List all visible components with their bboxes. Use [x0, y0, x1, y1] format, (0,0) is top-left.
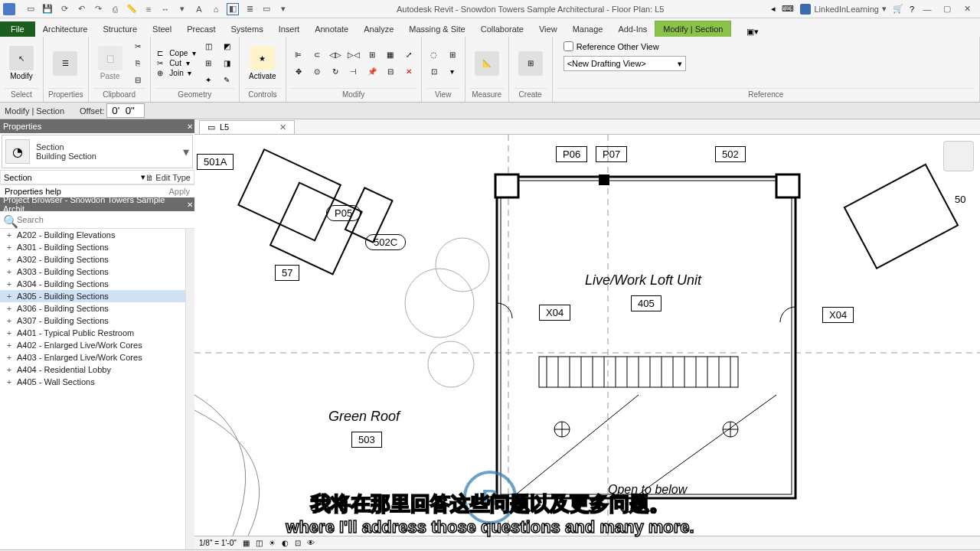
- ribbon-collapse-icon[interactable]: ▣▾: [746, 27, 759, 37]
- expand-icon[interactable]: +: [5, 353, 14, 362]
- array-icon[interactable]: ▦: [383, 47, 398, 63]
- cut-clipboard-icon[interactable]: ✂: [130, 39, 145, 54]
- split-icon[interactable]: ⊞: [364, 47, 380, 63]
- maximize-button[interactable]: ▢: [940, 2, 954, 16]
- user-account[interactable]: LinkedInLearning ▾: [800, 4, 886, 15]
- scale-display[interactable]: 1/8" = 1'-0": [199, 539, 237, 547]
- tree-item[interactable]: +A302 - Building Sections: [0, 253, 185, 266]
- expand-icon[interactable]: +: [5, 255, 14, 264]
- tab-annotate[interactable]: Annotate: [307, 21, 356, 37]
- geom-tool3-icon[interactable]: ✦: [201, 73, 216, 88]
- join-button[interactable]: ⊕ Join ▾: [155, 69, 198, 77]
- sync-icon[interactable]: ⟳: [58, 3, 70, 15]
- tree-item[interactable]: +A301 - Building Sections: [0, 241, 185, 253]
- activate-button[interactable]: ★ Activate: [244, 44, 281, 82]
- apps-icon[interactable]: 🛒: [893, 4, 903, 14]
- type-selector[interactable]: ◔ Section Building Section ▾: [2, 135, 193, 168]
- view-tool3-icon[interactable]: ⊞: [445, 47, 460, 63]
- mirror-draw-icon[interactable]: ▷◁: [346, 47, 361, 63]
- cope-button[interactable]: ⊏ Cope ▾: [155, 49, 198, 57]
- copy-clipboard-icon[interactable]: ⎘: [130, 56, 145, 71]
- tree-scrollbar[interactable]: [185, 229, 194, 549]
- expand-icon[interactable]: +: [5, 316, 14, 325]
- minimize-button[interactable]: —: [920, 2, 934, 16]
- mirror-axis-icon[interactable]: ◁▷: [328, 47, 343, 63]
- keytip-icon[interactable]: ⌨: [782, 4, 794, 14]
- tab-insert[interactable]: Insert: [271, 21, 308, 37]
- view-tool2-icon[interactable]: ⊡: [426, 64, 442, 80]
- tab-analyze[interactable]: Analyze: [356, 21, 401, 37]
- view-tool4-icon[interactable]: ▾: [445, 64, 460, 80]
- tree-item[interactable]: +A303 - Building Sections: [0, 266, 185, 278]
- tree-item[interactable]: +A202 - Building Elevations: [0, 229, 185, 241]
- hide-icon[interactable]: 👁: [307, 539, 315, 547]
- offset-input[interactable]: [106, 103, 145, 118]
- reference-view-dropdown[interactable]: <New Drafting View> ▾: [564, 56, 686, 71]
- tree-item[interactable]: +A306 - Building Sections: [0, 302, 185, 315]
- tab-collaborate[interactable]: Collaborate: [473, 21, 531, 37]
- pin-icon[interactable]: 📌: [364, 64, 380, 80]
- match-icon[interactable]: ⊟: [130, 73, 145, 88]
- align-icon[interactable]: ⊫: [291, 47, 306, 63]
- print-icon[interactable]: ⎙: [109, 3, 121, 15]
- expand-icon[interactable]: +: [5, 377, 14, 386]
- tree-item[interactable]: +A401 - Typical Public Restroom: [0, 327, 185, 339]
- geom-tool1-icon[interactable]: ◫: [201, 39, 216, 54]
- file-tab[interactable]: File: [0, 21, 35, 37]
- cut-geom-button[interactable]: ✂ Cut ▾: [155, 59, 198, 67]
- copy-icon[interactable]: ⊙: [309, 64, 325, 80]
- tab-manage[interactable]: Manage: [565, 21, 611, 37]
- tab-precast[interactable]: Precast: [179, 21, 223, 37]
- unpin-icon[interactable]: ⊟: [383, 64, 398, 80]
- offset-icon[interactable]: ⊂: [309, 47, 325, 63]
- scale-icon[interactable]: ⤢: [401, 47, 416, 63]
- tab-view[interactable]: View: [531, 21, 565, 37]
- paste-button[interactable]: 📋 Paste: [93, 44, 127, 82]
- redo-icon[interactable]: ↷: [92, 3, 104, 15]
- sun-icon[interactable]: ☀: [269, 539, 276, 547]
- properties-button[interactable]: ☰: [48, 50, 82, 77]
- move-icon[interactable]: ✥: [291, 64, 306, 80]
- expand-icon[interactable]: +: [5, 230, 14, 240]
- modify-button[interactable]: ↖ Modify: [5, 44, 38, 82]
- tab-massing[interactable]: Massing & Site: [401, 21, 472, 37]
- tree-item[interactable]: +A305 - Building Sections: [0, 290, 185, 302]
- tab-systems[interactable]: Systems: [223, 21, 270, 37]
- reference-checkbox[interactable]: Reference Other View: [564, 41, 659, 51]
- open-icon[interactable]: ▭: [24, 3, 37, 15]
- view-tab-l5[interactable]: ▭ L5 ✕: [199, 120, 295, 134]
- undo-icon[interactable]: ↶: [75, 3, 87, 15]
- tab-architecture[interactable]: Architecture: [35, 21, 96, 37]
- help-icon[interactable]: ?: [910, 5, 914, 14]
- text-icon[interactable]: A: [193, 3, 205, 15]
- tree-item[interactable]: +A405 - Wall Sections: [0, 376, 185, 388]
- project-browser-close-icon[interactable]: ✕: [187, 201, 193, 209]
- measure-button[interactable]: 📐: [470, 50, 504, 77]
- dim-icon[interactable]: ↔: [159, 3, 172, 15]
- view-tab-close-icon[interactable]: ✕: [279, 122, 286, 132]
- shadows-icon[interactable]: ◐: [282, 539, 289, 547]
- expand-icon[interactable]: +: [5, 267, 14, 276]
- close-button[interactable]: ✕: [960, 2, 974, 16]
- tree-item[interactable]: +A307 - Building Sections: [0, 315, 185, 327]
- rotate-icon[interactable]: ↻: [328, 64, 343, 80]
- expand-icon[interactable]: +: [5, 292, 14, 301]
- tab-steel[interactable]: Steel: [145, 21, 179, 37]
- create-button[interactable]: ⊞: [514, 50, 547, 77]
- tree-item[interactable]: +A403 - Enlarged Live/Work Cores: [0, 351, 185, 364]
- geom-tool5-icon[interactable]: ◨: [219, 56, 234, 71]
- close-views-icon[interactable]: ▭: [260, 3, 273, 15]
- expand-icon[interactable]: +: [5, 304, 14, 313]
- trim-icon[interactable]: ⊣: [346, 64, 361, 80]
- expand-icon[interactable]: +: [5, 341, 14, 350]
- reference-checkbox-input[interactable]: [564, 41, 573, 51]
- measure-icon[interactable]: 📏: [126, 3, 138, 15]
- search-input[interactable]: [17, 215, 191, 224]
- home-icon[interactable]: ⌂: [210, 3, 222, 15]
- detail-level-icon[interactable]: ▦: [243, 539, 250, 547]
- delete-icon[interactable]: ✕: [401, 64, 416, 80]
- tree-item[interactable]: +A402 - Enlarged Live/Work Cores: [0, 339, 185, 351]
- tab-structure[interactable]: Structure: [95, 21, 145, 37]
- edit-type-button[interactable]: 🗎 Edit Type: [145, 173, 191, 182]
- tag-icon[interactable]: ▾: [176, 3, 188, 15]
